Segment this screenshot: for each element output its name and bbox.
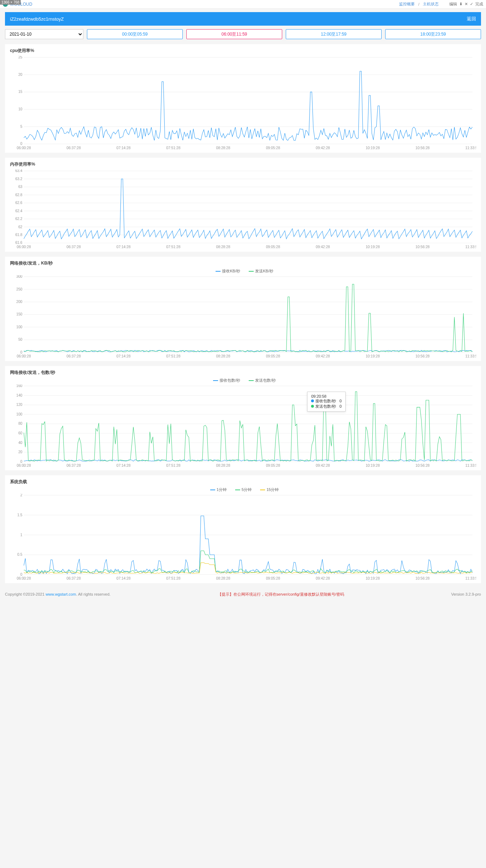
svg-text:250: 250 — [16, 287, 22, 291]
svg-text:07:51:28: 07:51:28 — [166, 354, 181, 358]
svg-text:10:56:28: 10:56:28 — [415, 463, 430, 467]
dimension-badge: 1366 × 768 — [0, 0, 21, 5]
svg-text:08:28:28: 08:28:28 — [216, 354, 231, 358]
svg-text:61.8: 61.8 — [15, 233, 22, 237]
svg-text:08:28:28: 08:28:28 — [216, 245, 231, 249]
svg-text:200: 200 — [16, 300, 22, 304]
svg-text:09:05:28: 09:05:28 — [266, 354, 280, 358]
svg-text:06:37:28: 06:37:28 — [67, 245, 81, 249]
chart-title: 内存使用率% — [10, 161, 476, 167]
svg-text:0.5: 0.5 — [17, 553, 23, 556]
svg-text:09:05:28: 09:05:28 — [266, 576, 280, 580]
svg-text:15: 15 — [18, 90, 22, 94]
svg-text:60: 60 — [18, 431, 22, 435]
svg-text:11:33:58: 11:33:58 — [465, 146, 476, 150]
svg-text:06:37:28: 06:37:28 — [67, 463, 81, 467]
svg-text:10:19:28: 10:19:28 — [366, 245, 380, 249]
svg-text:10: 10 — [18, 107, 22, 111]
edit-button[interactable]: 编辑 — [449, 1, 457, 7]
svg-text:0: 0 — [20, 572, 22, 576]
time-range-button[interactable]: 12:00至17:59 — [286, 29, 382, 39]
svg-text:11:33:58: 11:33:58 — [465, 463, 476, 467]
svg-text:62.4: 62.4 — [15, 209, 22, 213]
done-button[interactable]: 完成 — [475, 1, 483, 7]
footer: Copyright ©2019-2021 www.wgstart.com. Al… — [0, 587, 486, 602]
svg-text:10:56:28: 10:56:28 — [415, 146, 430, 150]
chart-svg: 05010015020025030006:00:2806:37:2807:14:… — [10, 275, 476, 359]
svg-text:150: 150 — [16, 312, 22, 316]
svg-text:09:05:28: 09:05:28 — [266, 245, 280, 249]
svg-text:0: 0 — [20, 142, 22, 146]
svg-text:2: 2 — [20, 494, 22, 497]
chart-legend: 接收包数/秒发送包数/秒 — [10, 378, 476, 383]
breadcrumb-b[interactable]: 主机状态 — [423, 1, 439, 7]
svg-text:06:00:28: 06:00:28 — [17, 245, 31, 249]
svg-text:62.8: 62.8 — [15, 193, 22, 197]
svg-text:300: 300 — [16, 275, 22, 278]
svg-text:0: 0 — [20, 459, 22, 463]
svg-text:1.5: 1.5 — [17, 513, 23, 517]
chart-legend: 1分钟5分钟15分钟 — [10, 487, 476, 492]
site-link[interactable]: www.wgstart.com — [46, 592, 76, 596]
host-name: iZ2zeafdzwdb5zc1rnstoyZ — [10, 16, 64, 22]
svg-text:63: 63 — [18, 185, 22, 189]
svg-text:09:05:28: 09:05:28 — [266, 146, 280, 150]
svg-text:07:14:28: 07:14:28 — [117, 463, 131, 467]
host-banner: iZ2zeafdzwdb5zc1rnstoyZ 返回 — [5, 12, 481, 26]
done-icon[interactable]: ✓ — [470, 2, 473, 6]
chart-block: 网络接收/发送，KB/秒接收KB/秒发送KB/秒0501001502002503… — [5, 257, 481, 361]
chart-block: cpu使用率%051015202506:00:2806:37:2807:14:2… — [5, 44, 481, 153]
svg-text:06:00:28: 06:00:28 — [17, 146, 31, 150]
date-select[interactable]: 2021-01-10 — [5, 29, 83, 39]
svg-text:10:56:28: 10:56:28 — [415, 354, 430, 358]
time-range-button[interactable]: 18:00至23:59 — [385, 29, 481, 39]
svg-text:40: 40 — [18, 440, 22, 444]
time-range-button[interactable]: 06:00至11:59 — [186, 29, 282, 39]
chart-svg: 051015202506:00:2806:37:2807:14:2807:51:… — [10, 56, 476, 151]
chart-svg: 61.661.86262.262.462.662.86363.263.406:0… — [10, 169, 476, 250]
back-button[interactable]: 返回 — [467, 16, 476, 22]
chart-block: 内存使用率%61.661.86262.262.462.662.86363.263… — [5, 158, 481, 252]
svg-text:10:19:28: 10:19:28 — [366, 354, 380, 358]
svg-text:09:42:28: 09:42:28 — [316, 576, 330, 580]
time-range-button[interactable]: 00:00至05:59 — [87, 29, 183, 39]
svg-text:07:51:28: 07:51:28 — [166, 245, 181, 249]
svg-text:160: 160 — [16, 385, 22, 388]
svg-text:11:33:58: 11:33:58 — [465, 576, 476, 580]
svg-text:1: 1 — [20, 533, 22, 537]
copyright-text: Copyright ©2019-2021 — [5, 592, 46, 596]
svg-text:09:42:28: 09:42:28 — [316, 146, 330, 150]
svg-text:07:51:28: 07:51:28 — [166, 146, 181, 150]
svg-text:63.4: 63.4 — [15, 169, 22, 173]
breadcrumb-sep: / — [418, 2, 419, 6]
svg-text:20: 20 — [18, 73, 22, 77]
brand-name: WGCLOUD — [10, 2, 399, 7]
svg-text:07:14:28: 07:14:28 — [117, 576, 131, 580]
svg-text:63.2: 63.2 — [15, 177, 22, 181]
download-icon[interactable]: ⬇ — [459, 2, 462, 6]
svg-text:07:14:28: 07:14:28 — [117, 354, 131, 358]
close-icon[interactable]: ✕ — [465, 2, 468, 6]
svg-text:11:33:58: 11:33:58 — [465, 354, 476, 358]
svg-text:10:19:28: 10:19:28 — [366, 146, 380, 150]
svg-text:09:42:28: 09:42:28 — [316, 354, 330, 358]
svg-text:06:37:28: 06:37:28 — [67, 354, 81, 358]
svg-text:10:56:28: 10:56:28 — [415, 245, 430, 249]
svg-text:08:28:28: 08:28:28 — [216, 463, 231, 467]
svg-text:07:51:28: 07:51:28 — [166, 576, 181, 580]
svg-text:06:00:28: 06:00:28 — [17, 463, 31, 467]
svg-text:09:05:28: 09:05:28 — [266, 463, 280, 467]
chart-title: 系统负载 — [10, 479, 476, 485]
svg-text:10:19:28: 10:19:28 — [366, 576, 380, 580]
chart-block: 系统负载1分钟5分钟15分钟00.511.5206:00:2806:37:280… — [5, 475, 481, 583]
chart-svg: 02040608010012014016006:00:2806:37:2807:… — [10, 385, 476, 468]
chart-block: 网络接收/发送，包数/秒接收包数/秒发送包数/秒0204060801001201… — [5, 366, 481, 470]
svg-text:61.6: 61.6 — [15, 241, 22, 245]
breadcrumb-a[interactable]: 监控概要 — [399, 1, 415, 7]
svg-text:10:19:28: 10:19:28 — [366, 463, 380, 467]
svg-text:11:33:58: 11:33:58 — [465, 245, 476, 249]
svg-text:09:42:28: 09:42:28 — [316, 463, 330, 467]
chart-title: 网络接收/发送，KB/秒 — [10, 260, 476, 266]
svg-text:140: 140 — [16, 393, 22, 397]
svg-text:10:56:28: 10:56:28 — [415, 576, 430, 580]
